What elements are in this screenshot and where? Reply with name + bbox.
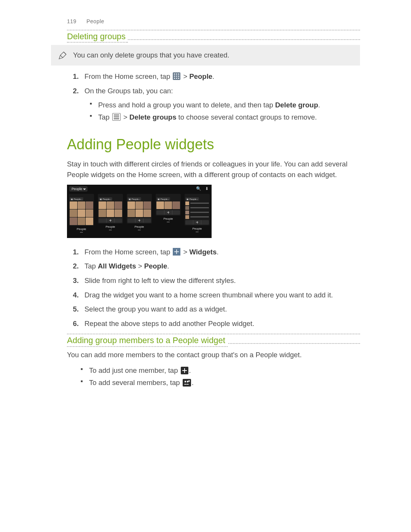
svg-rect-1 xyxy=(176,73,177,75)
svg-rect-0 xyxy=(174,73,175,75)
step-item: Drag the widget you want to a home scree… xyxy=(81,289,360,301)
sub-bullets: Press and hold a group you want to delet… xyxy=(84,99,360,123)
heading-adding-people-widgets: Adding People widgets xyxy=(67,136,360,153)
download-icon: ⬇ xyxy=(205,186,209,191)
bullets-adding-members: To add just one member, tap . To add sev… xyxy=(67,365,360,388)
bullet-item: Tap > Delete groups to choose several co… xyxy=(98,112,360,123)
step-item: Tap All Widgets > People. xyxy=(81,260,360,272)
svg-point-9 xyxy=(185,381,186,382)
widget-preview: ▣ People ›People••• xyxy=(185,194,210,238)
step-item: Slide from right to left to view the dif… xyxy=(81,275,360,286)
members-intro: You can add more members to the contact … xyxy=(67,350,360,360)
bullet-item: To add several members, tap . xyxy=(89,377,360,388)
subheading-deleting-groups: Deleting groups xyxy=(67,32,128,43)
subheading-wrap: Adding group members to a People widget xyxy=(67,334,360,346)
figure-widget-row: ▣ People ›People•••▣ People ›People•••▣ … xyxy=(67,194,212,238)
step-item: Select the group you want to add as a wi… xyxy=(81,304,360,315)
intro-paragraph: Stay in touch with different circles of … xyxy=(67,159,360,180)
pencil-icon xyxy=(58,50,68,60)
figure-selector: People xyxy=(69,186,88,192)
widget-preview: ▣ People ›People••• xyxy=(156,194,181,238)
step-item: On the Groups tab, you can: Press and ho… xyxy=(81,85,360,123)
svg-rect-2 xyxy=(178,73,179,75)
plus-tile-icon xyxy=(173,248,180,256)
bullet-item: Press and hold a group you want to delet… xyxy=(98,99,360,111)
widget-preview: ▣ People ›People••• xyxy=(69,194,94,238)
add-one-icon xyxy=(181,367,188,374)
note-box: You can only delete groups that you have… xyxy=(51,45,360,66)
search-icon: 🔍 xyxy=(196,186,201,191)
note-text: You can only delete groups that you have… xyxy=(73,51,229,59)
steps-deleting-groups: From the Home screen, tap > People. On t… xyxy=(67,71,360,123)
svg-rect-4 xyxy=(176,76,177,77)
manual-page: 119 People Deleting groups You can only … xyxy=(0,0,411,414)
menu-icon xyxy=(112,113,121,121)
page-number: 119 xyxy=(67,18,76,24)
add-group-icon xyxy=(183,379,191,387)
step-item: From the Home screen, tap > People. xyxy=(81,71,360,82)
widget-preview: ▣ People ›People••• xyxy=(127,194,152,238)
figure-action-icons: 🔍 ⬇ xyxy=(196,186,209,191)
apps-grid-icon xyxy=(173,72,180,80)
svg-rect-5 xyxy=(178,76,179,77)
svg-rect-8 xyxy=(178,78,179,79)
widget-figure: People 🔍 ⬇ ▣ People ›People•••▣ People ›… xyxy=(67,185,212,238)
steps-adding-widgets: From the Home screen, tap > Widgets. Tap… xyxy=(67,246,360,329)
step-item: Repeat the above steps to add another Pe… xyxy=(81,318,360,329)
bullet-item: To add just one member, tap . xyxy=(89,365,360,376)
widget-preview: ▣ People ›People••• xyxy=(98,194,123,238)
page-header: 119 People xyxy=(67,18,360,24)
svg-rect-12 xyxy=(188,381,190,382)
svg-rect-7 xyxy=(176,78,177,79)
step-item: From the Home screen, tap > Widgets. xyxy=(81,246,360,258)
svg-rect-3 xyxy=(174,76,175,77)
svg-rect-6 xyxy=(174,78,175,79)
section-title: People xyxy=(86,18,104,24)
subheading-wrap: Deleting groups xyxy=(67,30,360,42)
subheading-adding-members: Adding group members to a People widget xyxy=(67,336,228,347)
